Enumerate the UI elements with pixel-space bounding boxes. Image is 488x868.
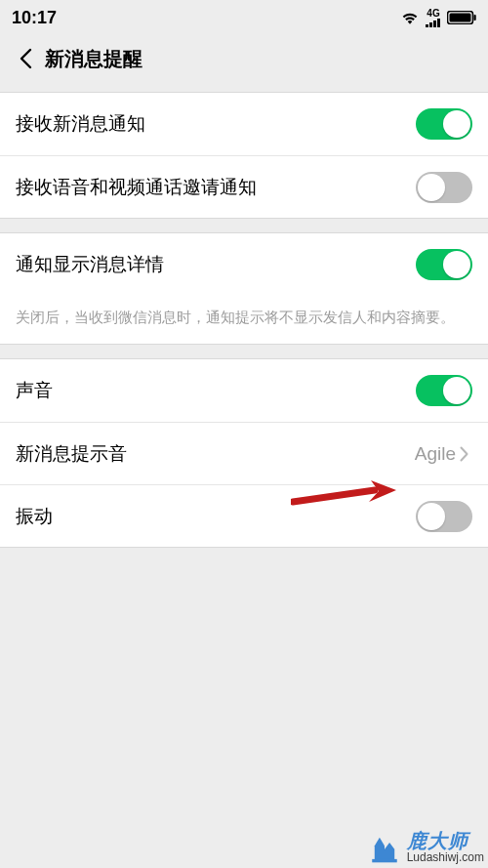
row-value: Agile: [415, 443, 468, 465]
toggle-sound[interactable]: [416, 375, 472, 406]
row-show-message-detail[interactable]: 通知显示消息详情: [0, 233, 488, 296]
row-label: 接收语音和视频通话邀请通知: [16, 175, 257, 200]
settings-group-2: 通知显示消息详情 关闭后，当收到微信消息时，通知提示将不显示发信人和内容摘要。: [0, 233, 488, 344]
back-button[interactable]: [8, 41, 43, 76]
watermark-url: Ludashiwj.com: [407, 851, 484, 864]
toggle-receive-voice-video-invite[interactable]: [416, 172, 472, 203]
row-label: 声音: [16, 378, 53, 403]
status-bar: 10:17 4G: [0, 0, 488, 35]
row-label: 通知显示消息详情: [16, 252, 164, 277]
row-receive-new-messages[interactable]: 接收新消息通知: [0, 93, 488, 155]
row-sound[interactable]: 声音: [0, 359, 488, 422]
watermark: 鹿大师 Ludashiwj.com: [368, 831, 484, 864]
settings-group-3: 声音 新消息提示音 Agile 振动: [0, 359, 488, 547]
svg-rect-8: [372, 859, 397, 862]
row-label: 接收新消息通知: [16, 111, 145, 137]
chevron-left-icon: [19, 48, 32, 69]
watermark-brand: 鹿大师: [407, 831, 468, 851]
watermark-logo-icon: [368, 831, 401, 864]
svg-rect-1: [429, 22, 432, 27]
battery-icon: [447, 11, 476, 24]
toggle-show-message-detail[interactable]: [416, 249, 472, 280]
toggle-vibrate[interactable]: [416, 501, 472, 532]
settings-group-1: 接收新消息通知 接收语音和视频通话邀请通知: [0, 93, 488, 218]
row-new-message-tone[interactable]: 新消息提示音 Agile: [0, 422, 488, 484]
row-receive-voice-video-invite[interactable]: 接收语音和视频通话邀请通知: [0, 155, 488, 218]
svg-rect-3: [437, 19, 440, 27]
status-time: 10:17: [12, 8, 57, 28]
nav-bar: 新消息提醒: [0, 35, 488, 82]
svg-rect-5: [450, 14, 471, 22]
svg-rect-0: [426, 24, 428, 27]
chevron-right-icon: [460, 446, 468, 462]
wifi-icon: [400, 10, 420, 25]
toggle-receive-new-messages[interactable]: [416, 108, 472, 140]
row-label: 新消息提示音: [16, 441, 127, 467]
svg-rect-6: [474, 15, 476, 21]
row-label: 振动: [16, 504, 53, 529]
row-vibrate[interactable]: 振动: [0, 484, 488, 547]
status-icons: 4G: [400, 9, 476, 27]
cellular-indicator: 4G: [426, 9, 441, 27]
page-title: 新消息提醒: [45, 46, 142, 72]
group-description: 关闭后，当收到微信消息时，通知提示将不显示发信人和内容摘要。: [0, 296, 488, 344]
svg-rect-2: [433, 21, 436, 27]
